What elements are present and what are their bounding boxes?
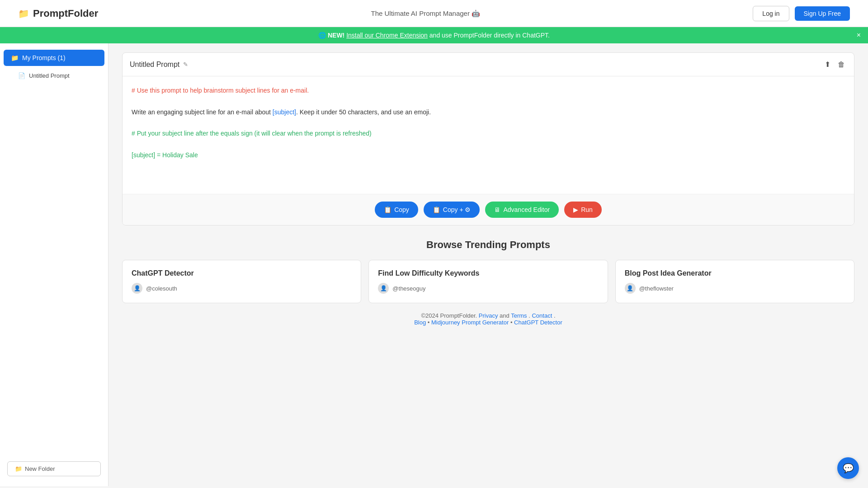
footer-and: and	[500, 312, 511, 319]
advanced-label: Advanced Editor	[503, 206, 550, 213]
prompt-body-text2: . Keep it under 50 characters, and use a…	[296, 108, 431, 116]
footer-chatgpt-link[interactable]: ChatGPT Detector	[514, 319, 562, 326]
prompt-comment-2: # Put your subject line after the equals…	[132, 128, 845, 139]
prompt-assignment: [subject] = Holiday Sale	[132, 150, 845, 161]
new-folder-icon: 📁	[15, 465, 22, 472]
footer-bullet2: •	[510, 319, 514, 326]
sidebar-folder-label: My Prompts (1)	[22, 54, 66, 61]
copy-settings-button[interactable]: 📋 Copy + ⚙	[424, 202, 480, 218]
author-name-2: @theflowster	[639, 285, 674, 292]
run-label: Run	[581, 206, 593, 213]
trending-card-title-1: Find Low Difficulty Keywords	[378, 269, 598, 277]
chrome-icon: 🌐	[318, 32, 326, 39]
chat-icon: 💬	[843, 463, 854, 474]
footer-dot: .	[528, 312, 530, 319]
prompt-actions: 📋 Copy 📋 Copy + ⚙ 🖥 Advanced Editor ▶ Ru…	[123, 194, 854, 225]
copy-button[interactable]: 📋 Copy	[375, 202, 418, 218]
footer-bullet1: •	[428, 319, 431, 326]
footer-midjourney-link[interactable]: Midjourney Prompt Generator	[431, 319, 509, 326]
advanced-icon: 🖥	[494, 206, 500, 213]
main-content: Untitled Prompt ✎ ⬆ 🗑 # Use this prompt …	[108, 43, 868, 486]
banner-close-button[interactable]: ×	[857, 31, 861, 39]
copy-label: Copy	[394, 206, 409, 213]
prompt-comment-1: # Use this prompt to help brainstorm sub…	[132, 85, 845, 96]
banner-rest: and use PromptFolder directly in ChatGPT…	[429, 32, 550, 39]
prompt-body: # Use this prompt to help brainstorm sub…	[123, 76, 854, 194]
footer-dot2: .	[554, 312, 556, 319]
new-folder-label: New Folder	[25, 465, 55, 472]
navbar-tagline: The Ultimate AI Prompt Manager 🤖	[371, 9, 481, 18]
footer-copy: ©2024 PromptFolder.	[421, 312, 477, 319]
trending-card-author-1: 👤 @theseoguy	[378, 283, 598, 294]
trending-card-2[interactable]: Blog Post Idea Generator 👤 @theflowster	[615, 260, 854, 303]
folder-icon: 📁	[11, 54, 19, 61]
footer-privacy-link[interactable]: Privacy	[479, 312, 498, 319]
footer-blog-link[interactable]: Blog	[414, 319, 426, 326]
run-icon: ▶	[573, 206, 578, 213]
prompt-header: Untitled Prompt ✎ ⬆ 🗑	[123, 53, 854, 76]
export-button[interactable]: ⬆	[823, 58, 832, 70]
banner-new-label: NEW!	[328, 32, 344, 39]
run-button[interactable]: ▶ Run	[564, 202, 602, 218]
navbar: 📁 PromptFolder The Ultimate AI Prompt Ma…	[0, 0, 868, 27]
prompt-header-actions: ⬆ 🗑	[823, 58, 847, 70]
avatar-2: 👤	[625, 283, 636, 294]
advanced-editor-button[interactable]: 🖥 Advanced Editor	[485, 202, 559, 218]
prompt-title-text: Untitled Prompt	[130, 61, 179, 69]
prompt-title: Untitled Prompt ✎	[130, 61, 188, 69]
footer-contact-link[interactable]: Contact	[532, 312, 552, 319]
footer-line-2: Blog • Midjourney Prompt Generator • Cha…	[131, 319, 845, 326]
navbar-actions: Log in Sign Up Free	[753, 6, 850, 21]
logo-icon: 📁	[18, 8, 29, 19]
copy-settings-label: Copy + ⚙	[443, 206, 471, 213]
footer-terms-link[interactable]: Terms	[511, 312, 527, 319]
sidebar-item-untitled-prompt[interactable]: 📄 Untitled Prompt	[4, 69, 104, 83]
prompt-card: Untitled Prompt ✎ ⬆ 🗑 # Use this prompt …	[122, 52, 854, 225]
extension-link[interactable]: Install our Chrome Extension	[346, 32, 428, 39]
author-name-0: @colesouth	[146, 285, 177, 292]
main-layout: 📁 My Prompts (1) 📄 Untitled Prompt 📁 New…	[0, 43, 868, 486]
signup-button[interactable]: Sign Up Free	[795, 6, 850, 21]
login-button[interactable]: Log in	[753, 6, 789, 21]
prompt-variable: [subject]	[273, 108, 296, 116]
trending-card-title-2: Blog Post Idea Generator	[625, 269, 845, 277]
trending-card-author-2: 👤 @theflowster	[625, 283, 845, 294]
avatar-0: 👤	[132, 283, 142, 294]
sidebar-item-label: Untitled Prompt	[29, 72, 70, 79]
chat-support-button[interactable]: 💬	[837, 457, 859, 479]
copy-icon: 📋	[384, 206, 392, 213]
avatar-1: 👤	[378, 283, 389, 294]
sidebar-folder-my-prompts[interactable]: 📁 My Prompts (1)	[4, 50, 104, 66]
copy-settings-icon: 📋	[433, 206, 440, 213]
author-name-1: @theseoguy	[392, 285, 425, 292]
document-icon: 📄	[18, 72, 25, 79]
footer-line-1: ©2024 PromptFolder. Privacy and Terms . …	[131, 312, 845, 319]
trending-card-0[interactable]: ChatGPT Detector 👤 @colesouth	[122, 260, 361, 303]
promo-banner: 🌐 NEW! Install our Chrome Extension and …	[0, 27, 868, 43]
sidebar: 📁 My Prompts (1) 📄 Untitled Prompt 📁 New…	[0, 43, 108, 486]
new-folder-container: 📁 New Folder	[0, 456, 108, 482]
new-folder-button[interactable]: 📁 New Folder	[7, 461, 101, 476]
prompt-body-text1: Write an engaging subject line for an e-…	[132, 108, 273, 116]
trending-title: Browse Trending Prompts	[122, 239, 854, 251]
trending-card-1[interactable]: Find Low Difficulty Keywords 👤 @theseogu…	[368, 260, 608, 303]
edit-title-icon[interactable]: ✎	[183, 61, 188, 68]
brand-logo: 📁 PromptFolder	[18, 8, 98, 19]
trending-card-title-0: ChatGPT Detector	[132, 269, 352, 277]
footer: ©2024 PromptFolder. Privacy and Terms . …	[122, 303, 854, 335]
trending-section: Browse Trending Prompts ChatGPT Detector…	[122, 239, 854, 303]
brand-name: PromptFolder	[33, 8, 98, 19]
prompt-body-line: Write an engaging subject line for an e-…	[132, 107, 845, 118]
delete-button[interactable]: 🗑	[836, 58, 847, 70]
trending-card-author-0: 👤 @colesouth	[132, 283, 352, 294]
trending-grid: ChatGPT Detector 👤 @colesouth Find Low D…	[122, 260, 854, 303]
